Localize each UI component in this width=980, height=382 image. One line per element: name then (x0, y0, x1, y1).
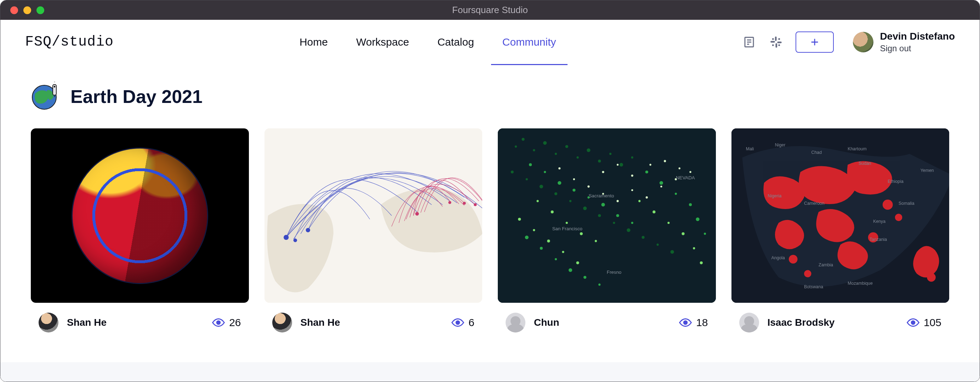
svg-text:Mali: Mali (746, 146, 754, 151)
map-thumbnail (31, 128, 249, 303)
views-count: 18 (696, 317, 708, 328)
nav-links: Home Workspace Catalog Community (299, 30, 556, 54)
svg-point-64 (540, 247, 543, 250)
map-card[interactable]: Shan He 6 (264, 128, 482, 333)
slack-icon[interactable] (768, 35, 783, 49)
svg-text:San Francisco: San Francisco (552, 226, 582, 231)
nav-home[interactable]: Home (299, 30, 328, 54)
svg-point-56 (544, 171, 546, 173)
svg-point-70 (660, 181, 663, 185)
svg-point-47 (569, 200, 571, 202)
svg-point-103 (631, 174, 633, 176)
map-card[interactable]: MaliNigerChad NigeriaCameroon SudanEthio… (732, 128, 950, 333)
svg-point-91 (558, 167, 560, 170)
navbar: FSQ/studio Home Workspace Catalog Commun… (0, 20, 980, 64)
nav-community[interactable]: Community (503, 30, 556, 54)
maximize-window-button[interactable] (37, 6, 44, 14)
svg-text:Botswana: Botswana (804, 284, 823, 289)
svg-point-72 (689, 203, 692, 206)
svg-point-58 (573, 189, 575, 191)
brand-logo[interactable]: FSQ/studio (25, 34, 114, 50)
svg-point-48 (583, 206, 587, 210)
titlebar: Foursquare Studio (0, 0, 980, 20)
svg-point-95 (616, 200, 619, 202)
svg-point-89 (693, 247, 695, 249)
svg-text:Niger: Niger (775, 143, 785, 147)
svg-point-37 (577, 156, 579, 159)
author-avatar (38, 313, 59, 333)
svg-text:Mozambique: Mozambique (848, 281, 873, 286)
svg-point-71 (675, 193, 677, 195)
window-controls (0, 6, 44, 14)
svg-point-28 (474, 203, 477, 206)
app-window: Foursquare Studio FSQ/studio Home Worksp… (0, 0, 980, 382)
svg-rect-7 (771, 41, 775, 43)
author-name: Shan He (301, 317, 340, 328)
svg-point-8 (772, 38, 774, 40)
svg-text:Ethiopia: Ethiopia (888, 179, 904, 184)
svg-point-20 (217, 321, 220, 324)
svg-point-97 (646, 196, 648, 198)
svg-point-83 (562, 251, 564, 253)
eye-icon (212, 319, 225, 327)
svg-point-55 (529, 163, 532, 166)
svg-point-22 (283, 235, 288, 240)
svg-point-87 (667, 222, 670, 224)
svg-point-45 (539, 185, 543, 188)
author-avatar (506, 313, 525, 333)
svg-point-101 (602, 171, 604, 173)
card-meta: Shan He 26 (31, 303, 249, 333)
user-menu[interactable]: Devin Distefano Sign out (853, 31, 955, 54)
svg-point-36 (565, 145, 568, 148)
svg-point-61 (616, 214, 619, 217)
views-indicator: 6 (452, 317, 474, 328)
svg-point-65 (555, 258, 557, 260)
svg-point-100 (689, 171, 691, 173)
map-card[interactable]: Shan He 26 (31, 128, 249, 333)
svg-text:Angola: Angola (771, 255, 784, 260)
author-name: Chun (534, 317, 559, 328)
nav-catalog[interactable]: Catalog (437, 30, 474, 54)
svg-point-78 (580, 232, 583, 235)
svg-text:Cameroon: Cameroon (804, 201, 824, 206)
svg-point-54 (670, 250, 674, 254)
svg-point-82 (547, 239, 550, 242)
card-meta: Isaac Brodsky 105 (732, 303, 950, 333)
svg-point-116 (789, 255, 797, 263)
section-title: Earth Day 2021 (70, 86, 202, 107)
svg-text:NEVADA: NEVADA (676, 175, 695, 181)
svg-point-90 (700, 262, 703, 264)
card-meta: Chun 18 (498, 303, 716, 333)
svg-point-43 (511, 171, 514, 173)
svg-point-117 (804, 270, 811, 277)
svg-point-118 (927, 273, 936, 282)
svg-point-39 (598, 160, 601, 162)
author-avatar (739, 313, 759, 333)
docs-icon[interactable] (742, 35, 757, 49)
eye-icon (452, 319, 464, 327)
views-count: 26 (229, 317, 241, 328)
sign-out-link[interactable]: Sign out (880, 43, 955, 54)
svg-point-27 (463, 201, 466, 204)
author-avatar (272, 313, 292, 333)
views-indicator: 26 (212, 317, 241, 328)
svg-point-24 (293, 238, 297, 242)
nav-workspace[interactable]: Workspace (356, 30, 409, 54)
svg-point-68 (598, 284, 600, 286)
svg-point-106 (678, 167, 680, 169)
add-button[interactable] (795, 32, 834, 53)
map-card[interactable]: San Francisco Sacramento Fresno NEVADA C… (498, 128, 716, 333)
minimize-window-button[interactable] (23, 6, 31, 14)
user-name: Devin Distefano (880, 31, 955, 42)
eye-icon (907, 319, 920, 327)
svg-point-79 (595, 240, 597, 242)
views-count: 105 (924, 317, 942, 328)
svg-point-57 (558, 181, 561, 185)
close-window-button[interactable] (10, 6, 18, 14)
svg-point-40 (609, 153, 611, 155)
svg-point-25 (415, 212, 418, 216)
earth-icon: * * (31, 82, 60, 111)
svg-point-85 (638, 200, 641, 202)
author-name: Shan He (67, 317, 107, 328)
svg-text:Nigeria: Nigeria (768, 193, 781, 198)
